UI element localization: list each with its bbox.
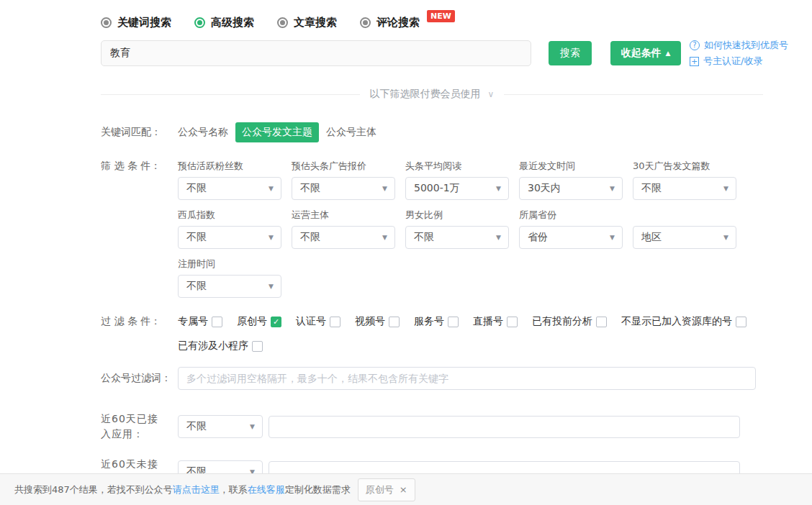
field-label: 预估活跃粉丝数 <box>178 160 281 171</box>
filter-tag-original: 原创号 × <box>358 478 415 501</box>
xigua-index-dropdown[interactable]: 不限 ▼ <box>178 226 281 249</box>
flag-label: 已有涉及小程序 <box>178 340 248 352</box>
flag-hide-in-library[interactable]: 不显示已加入资源库的号 ✓ <box>621 315 746 328</box>
field-label: 所属省份 <box>519 209 623 220</box>
flag-original[interactable]: 原创号 ✓ <box>237 315 281 328</box>
field-label: 男女比例 <box>405 209 509 220</box>
mode-label: 评论搜索 <box>376 16 420 29</box>
chevron-down-icon: ▼ <box>723 185 728 192</box>
filter-row-1: 预估活跃粉丝数 不限 ▼ 预估头条广告报价 不限 ▼ <box>178 160 736 200</box>
flag-label: 视频号 <box>355 315 385 328</box>
question-circle-icon: ? <box>690 40 700 50</box>
chevron-down-icon[interactable]: ∨ <box>488 89 495 99</box>
search-mode-row: 关键词搜索 高级搜索 文章搜索 评论搜索 NEW <box>101 16 812 29</box>
mode-keyword-search[interactable]: 关键词搜索 <box>101 16 171 29</box>
province-dropdown[interactable]: 省份 ▼ <box>519 226 623 249</box>
filter-flags-section: 过 滤 条 件： 专属号 ✓ 原创号 ✓ 认证号 ✓ 视频号 ✓ <box>101 315 812 352</box>
result-count-text: 共搜索到487个结果，若找不到公众号 <box>14 483 173 496</box>
mode-comment-search[interactable]: 评论搜索 NEW <box>360 16 455 29</box>
field-province: 所属省份 省份 ▼ <box>519 209 623 249</box>
dropdown-value: 不限 <box>186 231 207 244</box>
radio-icon <box>277 17 288 28</box>
radio-icon <box>101 17 112 28</box>
filter-fields: 预估活跃粉丝数 不限 ▼ 预估头条广告报价 不限 ▼ <box>178 160 736 306</box>
mode-label: 关键词搜索 <box>117 16 171 29</box>
flag-label: 原创号 <box>237 315 267 328</box>
chevron-down-icon: ▼ <box>382 185 387 192</box>
field-operator-entity: 运营主体 不限 ▼ <box>292 209 395 249</box>
click-here-link[interactable]: 请点击这里 <box>173 483 220 496</box>
field-xigua-index: 西瓜指数 不限 ▼ <box>178 209 281 249</box>
mode-article-search[interactable]: 文章搜索 <box>277 16 337 29</box>
help-link[interactable]: ? 如何快速找到优质号 <box>690 39 788 52</box>
chevron-down-icon: ▼ <box>610 185 615 192</box>
chevron-down-icon: ▼ <box>269 283 274 290</box>
flag-label: 服务号 <box>414 315 444 328</box>
help-link-label: 如何快速找到优质号 <box>704 39 788 52</box>
search-input[interactable] <box>101 40 531 66</box>
checkbox-icon: ✓ <box>736 317 746 327</box>
flag-pre-analysis[interactable]: 已有投前分析 ✓ <box>532 315 607 328</box>
keyword-match-options: 公众号名称 公众号发文主题 公众号主体 <box>178 122 376 142</box>
option-account-name[interactable]: 公众号名称 <box>178 122 228 142</box>
avg-read-dropdown[interactable]: 5000-1万 ▼ <box>405 177 509 200</box>
chevron-down-icon: ▼ <box>610 234 615 241</box>
checkbox-icon: ✓ <box>448 317 459 327</box>
field-recent-post-time: 最近发文时间 30天内 ▼ <box>519 160 623 200</box>
result-footer: 共搜索到487个结果，若找不到公众号 请点击这里 ，联系 在线客服 定制化数据需… <box>0 473 812 505</box>
online-service-link[interactable]: 在线客服 <box>248 483 285 496</box>
flag-mini-program[interactable]: 已有涉及小程序 ✓ <box>178 340 263 352</box>
field-label: 注册时间 <box>178 258 281 269</box>
filter-row-2: 西瓜指数 不限 ▼ 运营主体 不限 ▼ 男女比例 <box>178 209 736 249</box>
tag-label: 原创号 <box>366 483 394 496</box>
field-label <box>633 209 736 220</box>
mode-label: 文章搜索 <box>294 16 337 29</box>
search-button[interactable]: 搜索 <box>549 41 592 65</box>
field-ad-posts-count: 30天广告发文篇数 不限 ▼ <box>633 160 736 200</box>
field-label: 运营主体 <box>292 209 395 220</box>
filter-flags-label: 过 滤 条 件： <box>101 315 178 328</box>
flag-video[interactable]: 视频号 ✓ <box>355 315 400 328</box>
chevron-down-icon: ▼ <box>269 185 274 192</box>
collapse-conditions-button[interactable]: 收起条件 ▲ <box>610 41 681 65</box>
flag-exclusive[interactable]: 专属号 ✓ <box>178 315 222 328</box>
option-article-topic[interactable]: 公众号发文主题 <box>235 122 319 142</box>
recent-post-time-dropdown[interactable]: 30天内 ▼ <box>519 177 623 200</box>
claim-link-label: 号主认证/收录 <box>703 55 762 68</box>
region-dropdown[interactable]: 地区 ▼ <box>633 226 736 249</box>
active-fans-dropdown[interactable]: 不限 ▼ <box>178 177 281 200</box>
filter-conditions-section: 筛 选 条 件： 预估活跃粉丝数 不限 ▼ 预估头条广告报价 不限 <box>101 160 812 306</box>
dropdown-value: 30天内 <box>528 182 561 195</box>
field-label: 30天广告发文篇数 <box>633 160 736 171</box>
plus-square-icon: + <box>690 57 699 66</box>
app-connected-input[interactable] <box>269 416 740 438</box>
filter-words-row: 公众号过滤词： <box>101 367 812 390</box>
ad-posts-count-dropdown[interactable]: 不限 ▼ <box>633 177 736 200</box>
checkbox-icon: ✓ <box>212 317 222 327</box>
app-connected-dropdown[interactable]: 不限 ▼ <box>178 415 263 438</box>
flag-live[interactable]: 直播号 ✓ <box>473 315 518 328</box>
tag-close-icon[interactable]: × <box>400 484 407 495</box>
chevron-down-icon: ▼ <box>382 234 387 241</box>
checkbox-icon: ✓ <box>271 317 281 327</box>
dropdown-value: 5000-1万 <box>414 182 460 195</box>
main-content: 关键词搜索 高级搜索 文章搜索 评论搜索 NEW 搜索 收起条件 ▲ <box>0 0 812 487</box>
flag-service[interactable]: 服务号 ✓ <box>414 315 459 328</box>
option-account-entity[interactable]: 公众号主体 <box>326 122 376 142</box>
app-connected-row: 近60天已接入应用： 不限 ▼ <box>101 411 812 442</box>
custom-data-text: 定制化数据需求 <box>285 483 351 496</box>
operator-entity-dropdown[interactable]: 不限 ▼ <box>292 226 395 249</box>
ad-price-dropdown[interactable]: 不限 ▼ <box>292 177 395 200</box>
gender-ratio-dropdown[interactable]: 不限 ▼ <box>405 226 509 249</box>
side-links: ? 如何快速找到优质号 + 号主认证/收录 <box>690 39 788 68</box>
chevron-down-icon: ▼ <box>496 234 501 241</box>
flag-label: 直播号 <box>473 315 503 328</box>
flag-label: 不显示已加入资源库的号 <box>621 315 732 328</box>
field-label: 头条平均阅读 <box>405 160 509 171</box>
flag-certified[interactable]: 认证号 ✓ <box>296 315 340 328</box>
claim-account-link[interactable]: + 号主认证/收录 <box>690 55 788 68</box>
register-time-dropdown[interactable]: 不限 ▼ <box>178 275 281 298</box>
mode-advanced-search[interactable]: 高级搜索 <box>194 16 254 29</box>
chevron-down-icon: ▼ <box>723 234 728 241</box>
filter-words-input[interactable] <box>178 367 756 390</box>
